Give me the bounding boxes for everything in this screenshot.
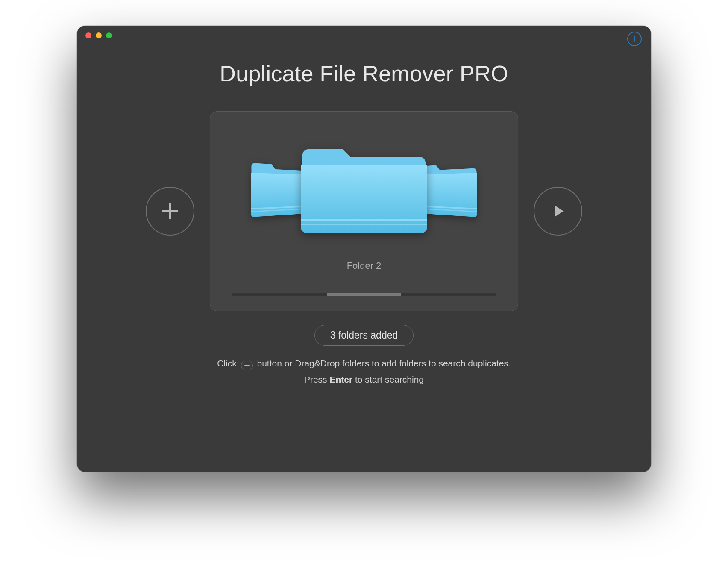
status-pill: 3 folders added	[314, 325, 414, 346]
minimize-icon[interactable]	[96, 32, 102, 38]
info-icon: i	[633, 35, 635, 43]
svg-rect-4	[301, 219, 427, 221]
add-folder-button[interactable]	[146, 187, 194, 236]
plus-icon	[160, 201, 180, 221]
folder-drop-panel[interactable]: Folder 2	[210, 111, 518, 311]
coverflow-scrollbar[interactable]	[232, 293, 496, 296]
help-text-fragment: Press	[304, 374, 330, 384]
start-scan-button[interactable]	[534, 187, 582, 236]
help-key: Enter	[329, 374, 352, 384]
zoom-icon[interactable]	[106, 32, 112, 38]
help-line-2: Press Enter to start searching	[77, 371, 651, 388]
play-icon	[549, 202, 567, 220]
titlebar: i	[77, 26, 651, 44]
help-line-1: Click button or Drag&Drop folders to add…	[77, 355, 651, 371]
scrollbar-thumb[interactable]	[327, 293, 401, 296]
info-button[interactable]: i	[627, 32, 642, 46]
svg-rect-5	[301, 224, 427, 225]
help-text-fragment: to start searching	[355, 374, 424, 384]
close-icon[interactable]	[85, 32, 91, 38]
folder-coverflow	[210, 124, 518, 253]
main-row: Folder 2	[77, 111, 651, 311]
help-text: Click button or Drag&Drop folders to add…	[77, 355, 651, 388]
selected-folder-label: Folder 2	[210, 260, 518, 271]
help-text-fragment: button or Drag&Drop folders to add folde…	[257, 358, 511, 368]
app-window: i Duplicate File Remover PRO	[77, 26, 651, 472]
app-title: Duplicate File Remover PRO	[77, 61, 651, 86]
folder-icon[interactable]	[300, 136, 428, 241]
window-controls	[85, 32, 112, 38]
status-row: 3 folders added	[77, 325, 651, 346]
plus-icon	[241, 360, 253, 371]
help-text-fragment: Click	[217, 358, 239, 368]
